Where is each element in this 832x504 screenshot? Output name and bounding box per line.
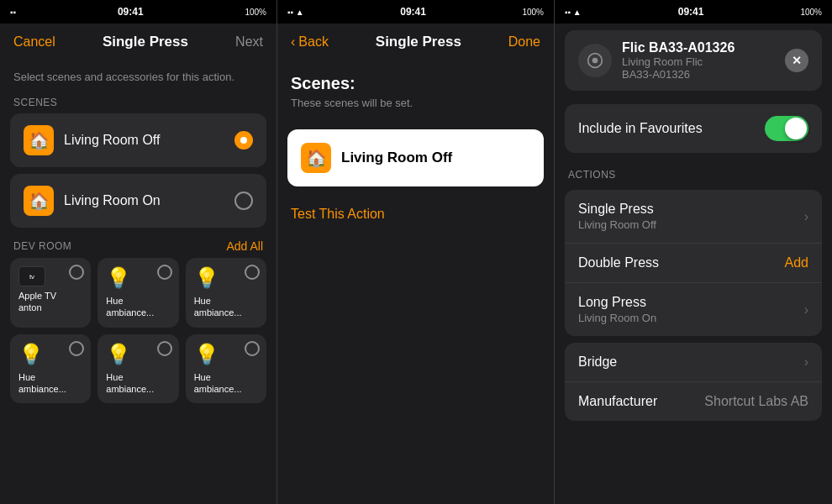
back-label[interactable]: Back: [298, 34, 329, 50]
double-press-add-button[interactable]: Add: [785, 255, 808, 270]
device-radio-3[interactable]: [245, 265, 260, 280]
done-button[interactable]: Done: [508, 34, 540, 50]
back-chevron-icon: ‹: [291, 34, 295, 50]
next-button[interactable]: Next: [235, 34, 263, 50]
device-name-3: Hueambiance...: [194, 295, 258, 319]
add-all-button[interactable]: Add All: [226, 239, 263, 253]
nav-title-2: Single Press: [376, 34, 461, 50]
status-time-3: 09:41: [678, 6, 704, 18]
status-left-icons-1: ▪▪: [10, 8, 16, 17]
scenes-header: SCENES: [0, 90, 276, 113]
device-radio-1[interactable]: [69, 265, 84, 280]
double-press-row[interactable]: Double Press Add: [565, 244, 822, 283]
device-card-hue-5[interactable]: 💡 Hueambiance...: [186, 334, 266, 404]
selected-scene-icon: 🏠: [301, 143, 331, 173]
signal-icon-3: ▪▪ ▲: [565, 8, 582, 17]
manufacturer-row: Manufacturer Shortcut Labs AB: [565, 382, 822, 421]
signal-icon: ▪▪: [10, 8, 16, 17]
favourites-toggle[interactable]: [765, 116, 808, 141]
device-radio-6[interactable]: [245, 341, 260, 356]
device-detail-header: Flic BA33-A01326 Living Room Flic BA33-A…: [565, 30, 822, 91]
device-info: Flic BA33-A01326 Living Room Flic BA33-A…: [622, 40, 775, 81]
back-button[interactable]: ‹ Back: [291, 34, 329, 50]
device-detail-sub1: Living Room Flic: [622, 55, 775, 68]
radio-btn-2[interactable]: [234, 192, 253, 210]
status-bar-2: ▪▪ ▲ 09:41 100%: [277, 0, 554, 24]
scenes-subtitle: These scenes will be set.: [291, 97, 540, 109]
actions-section: ACTIONS: [555, 160, 832, 185]
scene-name-2: Living Room On: [64, 193, 161, 208]
scene-icon-1: 🏠: [24, 125, 54, 155]
device-card-appletv[interactable]: tv Apple TVanton: [10, 258, 91, 328]
device-radio-2[interactable]: [157, 265, 172, 280]
apple-tv-icon: tv: [18, 266, 45, 286]
svg-point-3: [592, 58, 598, 64]
close-button[interactable]: ✕: [785, 49, 808, 72]
dev-room-label: DEV ROOM: [13, 240, 71, 252]
device-card-hue-4[interactable]: 💡 Hueambiance...: [97, 334, 178, 404]
status-right-icons-3: 100%: [800, 8, 822, 17]
bridge-row[interactable]: Bridge ›: [565, 343, 822, 382]
cancel-button[interactable]: Cancel: [13, 34, 55, 50]
status-bar-1: ▪▪ 09:41 100%: [0, 0, 276, 24]
selected-scene-card[interactable]: 🏠 Living Room Off: [287, 129, 544, 186]
status-left-icons-2: ▪▪ ▲: [287, 8, 304, 17]
radio-btn-1[interactable]: [234, 131, 253, 150]
info-list: Bridge › Manufacturer Shortcut Labs AB: [565, 343, 822, 421]
device-card-hue-3[interactable]: 💡 Hueambiance...: [10, 334, 91, 404]
action-list: Single Press Living Room Off › Double Pr…: [565, 190, 822, 336]
panel-2-content: Scenes: These scenes will be set. 🏠 Livi…: [277, 60, 554, 235]
double-press-label: Double Press: [578, 255, 659, 270]
scene-item-left-2: 🏠 Living Room On: [24, 186, 161, 216]
battery-label-3: 100%: [800, 8, 822, 17]
long-press-chevron-icon: ›: [804, 302, 808, 318]
battery-label-2: 100%: [522, 8, 544, 17]
scene-item-living-room-off[interactable]: 🏠 Living Room Off: [10, 113, 266, 167]
radio-inner-1: [240, 137, 247, 144]
favourites-row[interactable]: Include in Favourites: [565, 104, 822, 153]
signal-icon-2: ▪▪ ▲: [287, 8, 304, 17]
dev-room-header: DEV ROOM Add All: [0, 228, 276, 258]
nav-title-1: Single Press: [103, 34, 188, 50]
nav-bar-1: Cancel Single Press Next: [0, 24, 276, 60]
status-time-1: 09:41: [118, 6, 144, 18]
panel-1-content: Select scenes and accessories for this a…: [0, 60, 276, 504]
scene-item-left-1: 🏠 Living Room Off: [24, 125, 160, 155]
device-radio-5[interactable]: [157, 341, 172, 356]
device-thumbnail: [578, 44, 612, 77]
status-time-2: 09:41: [400, 6, 426, 18]
panel-3: ▪▪ ▲ 09:41 100% Flic BA33-A01326 Living …: [555, 0, 832, 504]
long-press-label: Long Press: [578, 295, 656, 310]
test-action-button[interactable]: Test This Action: [277, 193, 554, 235]
single-press-sub: Living Room Off: [578, 218, 656, 231]
device-name-5: Hueambiance...: [106, 371, 170, 396]
long-press-sub: Living Room On: [578, 312, 656, 324]
panel-1: ▪▪ 09:41 100% Cancel Single Press Next S…: [0, 0, 277, 504]
device-detail-sub2: BA33-A01326: [622, 68, 775, 81]
single-press-row[interactable]: Single Press Living Room Off ›: [565, 190, 822, 244]
manufacturer-label: Manufacturer: [578, 394, 657, 409]
status-left-icons-3: ▪▪ ▲: [565, 8, 582, 17]
device-radio-4[interactable]: [69, 341, 84, 356]
scene-item-living-room-on[interactable]: 🏠 Living Room On: [10, 174, 266, 228]
status-right-icons-1: 100%: [245, 8, 266, 17]
battery-label-1: 100%: [245, 8, 266, 17]
device-name-2: Hueambiance...: [106, 295, 170, 319]
device-detail-name: Flic BA33-A01326: [622, 40, 775, 55]
manufacturer-value: Shortcut Labs AB: [704, 394, 808, 409]
action-left-2: Double Press: [578, 255, 659, 270]
device-grid: tv Apple TVanton 💡 Hueambiance... 💡 Huea…: [0, 258, 276, 403]
single-press-chevron-icon: ›: [804, 209, 808, 224]
device-name-6: Hueambiance...: [194, 371, 258, 396]
single-press-label: Single Press: [578, 202, 656, 217]
device-card-hue-2[interactable]: 💡 Hueambiance...: [186, 258, 266, 328]
device-name-4: Hueambiance...: [18, 371, 82, 396]
action-left-1: Single Press Living Room Off: [578, 202, 656, 231]
status-right-icons-2: 100%: [522, 8, 544, 17]
device-card-hue-1[interactable]: 💡 Hueambiance...: [97, 258, 178, 328]
scenes-title: Scenes:: [291, 74, 540, 93]
long-press-row[interactable]: Long Press Living Room On ›: [565, 283, 822, 336]
actions-header-label: ACTIONS: [568, 169, 616, 181]
device-name-1: Apple TVanton: [18, 290, 82, 314]
panel-2: ▪▪ ▲ 09:41 100% ‹ Back Single Press Done…: [277, 0, 555, 504]
